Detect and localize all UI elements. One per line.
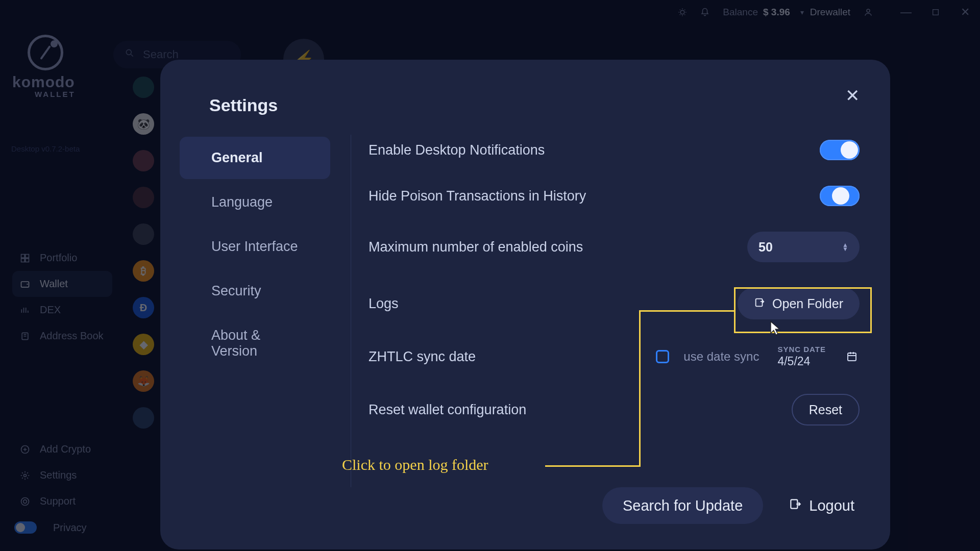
modal-title: Settings (209, 95, 860, 115)
row-notifications: Enable Desktop Notifications (369, 140, 860, 160)
logout-label: Logout (809, 497, 854, 514)
logout-button[interactable]: Logout (789, 497, 854, 514)
svg-rect-14 (756, 298, 763, 306)
label-max-coins: Maximum number of enabled coins (369, 239, 583, 255)
use-date-sync-checkbox[interactable] (656, 350, 669, 363)
open-folder-button[interactable]: Open Folder (738, 288, 860, 319)
sync-date-value: 4/5/24 (777, 355, 810, 368)
close-button[interactable]: ✕ (841, 84, 864, 107)
row-max-coins: Maximum number of enabled coins 50 ▲▼ (369, 232, 860, 262)
sync-date-label: SYNC DATE (777, 345, 826, 354)
tab-security[interactable]: Security (180, 270, 330, 312)
tab-language[interactable]: Language (180, 181, 330, 223)
toggle-notifications[interactable] (820, 140, 860, 160)
label-reset: Reset wallet configuration (369, 402, 526, 418)
tab-about[interactable]: About & Version (180, 314, 330, 372)
toggle-poison[interactable] (820, 186, 860, 206)
max-coins-spinbox[interactable]: 50 ▲▼ (747, 232, 860, 262)
sync-date: SYNC DATE 4/5/24 (777, 345, 826, 368)
reset-button-label: Reset (809, 403, 842, 417)
search-update-button[interactable]: Search for Update (602, 487, 763, 524)
label-notifications: Enable Desktop Notifications (369, 142, 545, 158)
settings-modal: Settings ✕ General Language User Interfa… (160, 60, 890, 549)
modal-body: General Language User Interface Security… (178, 135, 860, 487)
max-coins-value: 50 (758, 240, 773, 255)
folder-open-icon (754, 296, 765, 311)
label-zhtlc: ZHTLC sync date (369, 349, 476, 365)
sync-group: use date sync SYNC DATE 4/5/24 (656, 345, 860, 368)
logout-icon (789, 497, 802, 514)
reset-button[interactable]: Reset (792, 394, 860, 425)
tab-general[interactable]: General (180, 137, 330, 179)
row-zhtlc: ZHTLC sync date use date sync SYNC DATE … (369, 345, 860, 368)
svg-rect-15 (848, 353, 856, 361)
row-poison: Hide Poison Transactions in History (369, 186, 860, 206)
open-folder-label: Open Folder (772, 296, 843, 311)
annotation-text: Click to open log folder (342, 456, 488, 473)
tab-ui[interactable]: User Interface (180, 226, 330, 268)
label-logs: Logs (369, 296, 399, 312)
settings-content: Enable Desktop Notifications Hide Poison… (351, 135, 860, 487)
chevron-updown-icon: ▲▼ (842, 243, 848, 251)
settings-tabs: General Language User Interface Security… (178, 135, 351, 487)
search-update-label: Search for Update (623, 497, 743, 514)
calendar-icon[interactable] (844, 349, 860, 364)
label-poison: Hide Poison Transactions in History (369, 188, 586, 204)
modal-footer: Search for Update Logout (178, 487, 860, 529)
use-date-sync-label: use date sync (683, 349, 759, 364)
row-reset: Reset wallet configuration Reset (369, 394, 860, 425)
row-logs: Logs Open Folder (369, 288, 860, 319)
